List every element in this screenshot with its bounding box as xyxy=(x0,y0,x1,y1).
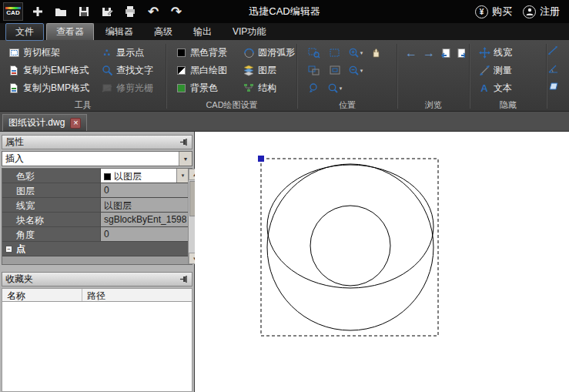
text-icon: A xyxy=(478,82,490,95)
property-row-lineweight: 线宽 以图层 xyxy=(2,198,188,213)
copy-bmp-button[interactable]: 复制为BMP格式 xyxy=(5,79,94,97)
menu-editor[interactable]: 编辑器 xyxy=(96,24,142,40)
next-view-icon[interactable] xyxy=(456,48,466,59)
zoom-previous-button[interactable] xyxy=(303,79,324,97)
ribbon-group-partial xyxy=(547,42,566,111)
menu-advanced[interactable]: 高级 xyxy=(145,24,182,40)
area-icon xyxy=(547,80,559,92)
menu-viewer[interactable]: 查看器 xyxy=(46,23,94,40)
smooth-arc-icon xyxy=(243,47,255,59)
bmp-file-icon xyxy=(8,82,20,95)
background-color-icon xyxy=(175,82,187,95)
chevron-down-icon: ▾ xyxy=(360,50,363,56)
clip-frame-button[interactable]: 剪切框架 xyxy=(5,44,94,62)
smooth-arc-button[interactable]: 圆滑弧形 xyxy=(240,44,293,62)
print-icon xyxy=(123,5,137,18)
zoom-dynamic-button[interactable] xyxy=(324,44,345,62)
pin-icon[interactable] xyxy=(179,138,189,146)
zoom-in-button[interactable]: ▾ xyxy=(345,44,366,62)
yen-icon: ¥ xyxy=(475,5,488,18)
chevron-down-icon[interactable]: ▼ xyxy=(176,169,188,183)
copy-emf-button[interactable]: 复制为EMF格式 xyxy=(5,62,94,79)
drawing-canvas[interactable] xyxy=(195,132,569,392)
redo-button[interactable]: ↷ xyxy=(165,2,188,22)
back-arrow-icon[interactable]: ← xyxy=(405,46,417,60)
buy-button[interactable]: ¥ 购买 xyxy=(475,5,512,18)
zoom-realtime-button[interactable]: ▾ xyxy=(324,79,345,97)
buy-label: 购买 xyxy=(492,5,512,18)
ribbon-group-hide: 线宽 测量 A 文本 隐藏 xyxy=(470,42,546,111)
angle-icon xyxy=(547,62,559,74)
zoom-extents-button[interactable] xyxy=(303,62,324,79)
trim-raster-button: 修剪光栅 xyxy=(99,79,162,97)
color-value-cell[interactable]: 以图层 ▼ xyxy=(101,169,188,183)
menu-vip[interactable]: VIP功能 xyxy=(223,24,275,40)
document-tab[interactable]: 图纸设计.dwg × xyxy=(2,114,87,131)
favorites-column-name[interactable]: 名称 xyxy=(2,289,82,301)
layer-value-cell[interactable]: 0 xyxy=(101,183,188,197)
blockname-value-cell[interactable]: sgBlockByEnt_1598 xyxy=(101,213,188,226)
chevron-down-icon[interactable]: ▼ xyxy=(179,152,192,166)
property-group-point[interactable]: − 点 xyxy=(2,242,188,256)
save-as-button[interactable] xyxy=(95,2,119,22)
left-panel: 属性 插入 ▼ 色彩 以图层 ▼ 图层 0 xyxy=(0,132,195,392)
properties-panel-title: 属性 xyxy=(5,136,24,149)
undo-button[interactable]: ↶ xyxy=(142,2,165,22)
show-points-icon: ∴ xyxy=(101,47,113,59)
ribbon-group-browse: ← → 浏览 xyxy=(398,42,469,111)
trim-raster-icon xyxy=(101,82,113,95)
angle-tool-button[interactable] xyxy=(547,59,566,77)
zoom-extents-icon xyxy=(308,65,320,76)
layers-button[interactable]: 图层 xyxy=(240,62,293,79)
new-file-icon xyxy=(31,5,45,18)
zoom-window-button[interactable] xyxy=(303,44,324,62)
menu-file[interactable]: 文件 xyxy=(5,23,44,41)
find-text-icon xyxy=(101,65,113,77)
collapse-icon[interactable]: − xyxy=(5,246,12,253)
group-label-position: 位置 xyxy=(298,99,397,111)
pan-hand-button[interactable] xyxy=(366,44,387,62)
pin-icon[interactable] xyxy=(179,275,189,283)
menu-output[interactable]: 输出 xyxy=(184,24,221,40)
black-background-button[interactable]: 黑色背景 xyxy=(172,44,236,62)
favorites-list[interactable] xyxy=(2,302,192,392)
structure-button[interactable]: 结构 xyxy=(240,79,293,97)
open-file-button[interactable] xyxy=(49,2,72,22)
insert-selector[interactable]: 插入 ▼ xyxy=(2,151,192,166)
angle-value-cell[interactable]: 0 xyxy=(101,227,188,241)
previous-view-icon[interactable] xyxy=(440,48,450,59)
zoom-object-button[interactable] xyxy=(324,62,345,79)
chevron-down-icon: ▾ xyxy=(340,85,343,92)
lineweight-value-cell[interactable]: 以图层 xyxy=(101,198,188,212)
save-button[interactable] xyxy=(72,2,95,22)
chevron-down-icon: ▾ xyxy=(360,68,363,74)
ribbon-group-draw-settings: 黑色背景 黑白绘图 背景色 圆滑弧形 xyxy=(167,42,296,111)
bw-drawing-button[interactable]: 黑白绘图 xyxy=(172,62,236,79)
favorites-column-path[interactable]: 路径 xyxy=(82,289,192,301)
new-file-button[interactable] xyxy=(26,2,49,22)
position-empty-cell xyxy=(366,62,387,79)
background-color-button[interactable]: 背景色 xyxy=(172,79,236,97)
find-text-button[interactable]: 查找文字 xyxy=(99,62,162,79)
distance-tool-button[interactable] xyxy=(547,42,566,59)
group-label-hide: 隐藏 xyxy=(470,99,546,111)
document-tab-label: 图纸设计.dwg xyxy=(8,116,65,129)
text-button[interactable]: A 文本 xyxy=(476,79,542,97)
measure-button[interactable]: 测量 xyxy=(476,62,542,79)
property-row-angle: 角度 0 xyxy=(2,227,188,242)
show-points-button[interactable]: ∴ 显示点 xyxy=(99,44,162,62)
zoom-out-button[interactable]: ▾ xyxy=(345,62,366,79)
favorites-column-headers: 名称 路径 xyxy=(2,288,192,302)
open-folder-icon xyxy=(54,5,68,18)
favorites-panel-title: 收藏夹 xyxy=(5,273,33,286)
lineweight-button[interactable]: 线宽 xyxy=(476,44,542,62)
ribbon-group-position: ▾ ▾ xyxy=(298,42,397,111)
register-button[interactable]: 注册 xyxy=(523,5,560,18)
area-tool-button[interactable] xyxy=(547,77,566,95)
group-label-draw-settings: CAD绘图设置 xyxy=(167,99,296,111)
tab-close-button[interactable]: × xyxy=(70,118,81,129)
forward-arrow-icon[interactable]: → xyxy=(423,46,435,60)
titlebar-actions: ¥ 购买 注册 xyxy=(475,5,569,18)
document-tabbar: 图纸设计.dwg × xyxy=(0,112,569,132)
print-button[interactable] xyxy=(119,2,142,22)
